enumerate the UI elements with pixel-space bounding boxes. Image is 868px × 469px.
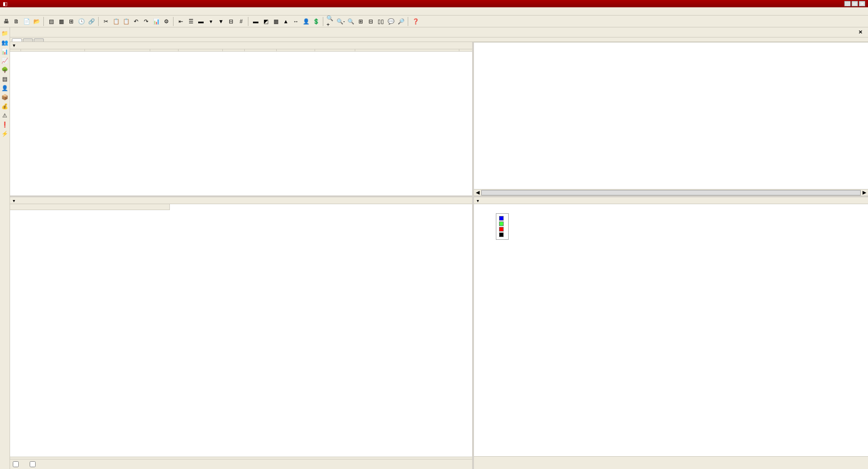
find-icon[interactable]: 🔎 — [396, 17, 405, 26]
toolbar: 🖶 🗎 📄 📂 ▤ ▦ ⊞ 🕓 🔗 ✂ 📋 📋 ↶ ↷ 📊 ⚙ ⇤ ☰ ▬ ▾ … — [0, 16, 868, 27]
gantt-icon[interactable]: ▬ — [251, 17, 260, 26]
col-start[interactable] — [277, 49, 315, 51]
panel-close-icon[interactable]: ✕ — [857, 29, 864, 35]
zoom-fit-icon[interactable]: 🔍 — [346, 17, 355, 26]
filter-icon[interactable]: ▼ — [216, 17, 226, 26]
chart-icon[interactable]: 📊 — [152, 17, 161, 26]
sidebar-risks-icon[interactable]: ⚡ — [1, 130, 9, 138]
sidebar-wps-icon[interactable]: 📦 — [1, 93, 9, 101]
collapse-all-icon[interactable]: ⊟ — [366, 17, 375, 26]
resource-column-header[interactable] — [10, 204, 170, 210]
group-icon[interactable]: ⊞ — [67, 17, 76, 26]
col-total-float[interactable] — [223, 49, 245, 51]
schedule-icon[interactable]: 🕓 — [77, 17, 86, 26]
dropdown-icon[interactable]: ▾ — [206, 17, 216, 26]
resource-checkbox[interactable] — [30, 461, 37, 467]
copy-icon[interactable]: 📋 — [111, 17, 121, 26]
minimize-button[interactable]: _ — [844, 1, 851, 6]
resource-profile: ▾ — [474, 197, 868, 469]
app-icon: ◧ — [3, 1, 7, 7]
titlebar: ◧ _ ▭ ✕ — [0, 0, 868, 7]
sidebar-wbs-icon[interactable]: 🌳 — [1, 66, 9, 74]
progress-icon[interactable]: ▲ — [281, 17, 290, 26]
time-period-checkbox[interactable] — [13, 461, 21, 467]
sidebar-activities-icon[interactable]: ▤ — [1, 75, 9, 83]
menubar — [0, 7, 868, 16]
budget-icon[interactable]: 💲 — [311, 17, 321, 26]
zoom-in-icon[interactable]: 🔍+ — [326, 17, 335, 26]
redo-icon[interactable]: ↷ — [142, 17, 151, 26]
collapse-icon[interactable]: ▬ — [196, 17, 205, 26]
print-icon[interactable]: 🖶 — [2, 17, 11, 26]
sidebar-thresholds-icon[interactable]: ⚠ — [1, 111, 9, 120]
hash-icon[interactable]: # — [237, 17, 246, 26]
trace-icon[interactable]: ◩ — [261, 17, 270, 26]
scroll-right-icon[interactable]: ▶ — [861, 190, 868, 195]
col-rownum[interactable] — [10, 49, 21, 51]
preview-icon[interactable]: 🗎 — [12, 17, 21, 26]
link-icon[interactable]: 🔗 — [87, 17, 96, 26]
cut-icon[interactable]: ✂ — [101, 17, 110, 26]
sidebar-reports-icon[interactable]: 📊 — [1, 47, 9, 56]
indent-left-icon[interactable]: ⇤ — [176, 17, 185, 26]
directory-bar: 📁 👥 📊 📈 🌳 ▤ 👤 📦 💰 ⚠ ❗ ⚡ — [0, 27, 10, 469]
tabs — [10, 37, 868, 42]
col-calendar[interactable] — [150, 49, 179, 51]
close-button[interactable]: ✕ — [859, 1, 865, 6]
chart-legend — [496, 213, 509, 240]
help-bubble-icon[interactable]: 💬 — [386, 17, 395, 26]
scroll-left-icon[interactable]: ◀ — [474, 190, 481, 195]
expand-icon[interactable]: ⊞ — [356, 17, 365, 26]
sidebar-tracking-icon[interactable]: 📈 — [1, 57, 9, 65]
timescale-icon[interactable]: ⊟ — [226, 17, 236, 26]
bars-icon[interactable]: ☰ — [186, 17, 195, 26]
sidebar-expenses-icon[interactable]: 💰 — [1, 102, 9, 111]
activity-table: ▾ — [10, 42, 474, 195]
sidebar-issues-icon[interactable]: ❗ — [1, 121, 9, 129]
col-finish[interactable] — [315, 49, 355, 51]
open-icon[interactable]: 📂 — [32, 17, 41, 26]
gantt-scrollbar[interactable]: ◀ ▶ — [474, 189, 868, 195]
layout-icon[interactable]: ▤ — [47, 17, 56, 26]
col-original-duration[interactable] — [245, 49, 277, 51]
sidebar-assignments-icon[interactable]: 👤 — [1, 84, 9, 92]
new-icon[interactable]: 📄 — [22, 17, 31, 26]
zoom-out-icon[interactable]: 🔍- — [336, 17, 345, 26]
resource-list[interactable] — [10, 210, 472, 457]
resource-panel: ▾ — [10, 197, 474, 469]
split-icon[interactable]: ▯▯ — [376, 17, 385, 26]
paste-icon[interactable]: 📋 — [121, 17, 131, 26]
gantt-chart[interactable]: ◀ ▶ — [474, 42, 868, 195]
undo-icon[interactable]: ↶ — [132, 17, 141, 26]
tab-projects[interactable] — [23, 38, 33, 42]
col-activity-id[interactable] — [21, 49, 85, 51]
table-icon[interactable]: ▦ — [57, 17, 66, 26]
help-icon[interactable]: ❓ — [411, 17, 420, 26]
settings-icon[interactable]: ⚙ — [162, 17, 171, 26]
network-icon[interactable]: ▦ — [271, 17, 280, 26]
sidebar-resources-icon[interactable]: 👥 — [1, 38, 9, 47]
resource-icon[interactable]: 👤 — [301, 17, 310, 26]
col-resources[interactable] — [355, 49, 459, 51]
grid-body[interactable] — [10, 52, 472, 195]
sidebar-projects-icon[interactable]: 📁 — [1, 29, 9, 37]
panel-title-bar: ✕ — [10, 27, 868, 37]
resource-profile-chart[interactable] — [474, 204, 868, 456]
maximize-button[interactable]: ▭ — [852, 1, 858, 6]
tab-activities[interactable] — [12, 38, 22, 42]
col-activity-name[interactable] — [85, 49, 150, 51]
col-activity-type[interactable] — [179, 49, 223, 51]
tab-resources[interactable] — [34, 38, 44, 42]
relationships-icon[interactable]: ↔ — [291, 17, 300, 26]
